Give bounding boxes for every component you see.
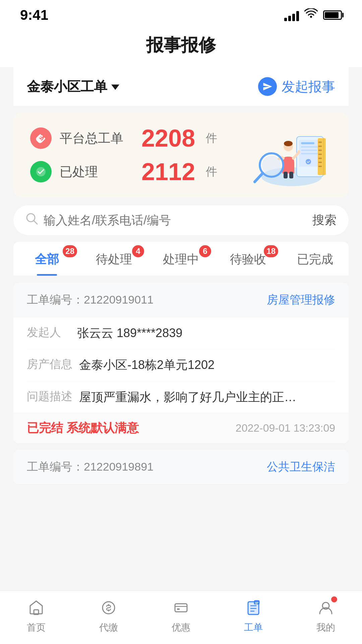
order-card-0[interactable]: 工单编号：21220919011房屋管理报修发起人张云云 189****2839…: [13, 283, 349, 443]
order-type-1: 公共卫生保洁: [267, 459, 335, 475]
status-time: 9:41: [20, 7, 48, 23]
order-status-0: 已完结 系统默认满意: [27, 420, 139, 436]
page-title: 报事报修: [0, 34, 362, 57]
total-value: 2208: [141, 126, 195, 150]
search-bar: 搜索: [13, 205, 349, 235]
order-field-label-0-0: 发起人: [27, 325, 70, 340]
nav-dot-mine: [331, 596, 337, 602]
svg-rect-14: [318, 158, 322, 159]
order-field-value-0-1: 金泰小区-18栋2单元1202: [79, 357, 335, 373]
order-field-row-0-2: 问题描述屋顶严重漏水，影响了好几户业主的正…: [27, 381, 335, 413]
order-field-value-0-0: 张云云 189****2839: [77, 325, 335, 341]
location-label: 金泰小区工单: [27, 77, 107, 96]
svg-point-22: [262, 156, 281, 174]
nav-item-payment[interactable]: 代缴: [72, 598, 145, 634]
processed-label: 已处理: [60, 163, 133, 180]
svg-line-26: [34, 221, 37, 224]
svg-rect-10: [318, 142, 322, 143]
nav-label-home: 首页: [27, 621, 46, 634]
dropdown-arrow-icon: [111, 85, 119, 90]
order-header-1: 工单编号：21220919891公共卫生保洁: [13, 450, 349, 484]
svg-rect-8: [301, 153, 318, 154]
tab-badge-处理中: 6: [199, 245, 211, 257]
payment-icon: [99, 598, 119, 618]
top-bar: 金泰小区工单 发起报事: [13, 67, 349, 106]
nav-label-payment: 代缴: [99, 621, 118, 634]
wifi-icon: [304, 8, 318, 22]
nav-item-home[interactable]: 首页: [0, 598, 72, 634]
total-label: 平台总工单: [60, 130, 133, 147]
tab-全部[interactable]: 全部28: [13, 242, 80, 276]
svg-rect-6: [301, 146, 319, 148]
svg-rect-20: [289, 172, 293, 178]
svg-rect-5: [301, 142, 314, 144]
search-button[interactable]: 搜索: [312, 212, 337, 228]
search-icon: [25, 212, 38, 228]
order-header-0: 工单编号：21220919011房屋管理报修: [13, 283, 349, 317]
nav-label-discount: 优惠: [172, 621, 190, 634]
stats-illustration: [245, 118, 339, 192]
nav-item-workorder[interactable]: 工单: [217, 598, 290, 634]
processed-stat-icon: [30, 161, 52, 182]
order-field-value-0-2: 屋顶严重漏水，影响了好几户业主的正…: [79, 389, 335, 406]
create-report-button[interactable]: 发起报事: [258, 77, 335, 96]
tab-badge-待处理: 4: [132, 245, 144, 257]
order-field-label-0-1: 房产信息: [27, 357, 72, 372]
workorder-icon: [243, 598, 263, 618]
nav-label-workorder: 工单: [244, 621, 263, 634]
nav-item-mine[interactable]: 我的: [290, 598, 362, 634]
svg-rect-9: [318, 138, 326, 175]
order-footer-0: 已完结 系统默认满意2022-09-01 13:23:09: [13, 413, 349, 443]
order-card-1[interactable]: 工单编号：21220919891公共卫生保洁: [13, 450, 349, 484]
svg-rect-29: [175, 604, 187, 612]
location-dropdown[interactable]: 金泰小区工单: [27, 77, 119, 96]
svg-rect-31: [177, 608, 180, 610]
processed-unit: 件: [206, 164, 217, 179]
svg-rect-16: [318, 166, 322, 167]
tab-待处理[interactable]: 待处理4: [80, 242, 147, 276]
tabs-bar: 全部28待处理4处理中6待验收18已完成: [13, 242, 349, 276]
total-unit: 件: [206, 130, 217, 146]
svg-rect-7: [301, 150, 317, 151]
orders-list: 工单编号：21220919011房屋管理报修发起人张云云 189****2839…: [13, 283, 349, 484]
tab-已完成[interactable]: 已完成: [282, 242, 349, 276]
svg-point-18: [284, 141, 293, 146]
order-number-1: 工单编号：21220919891: [27, 459, 154, 475]
svg-rect-11: [318, 146, 322, 147]
search-input[interactable]: [44, 213, 307, 227]
tab-处理中[interactable]: 处理中6: [147, 242, 215, 276]
svg-point-24: [306, 159, 311, 164]
battery-icon: [323, 10, 342, 20]
main-content: 金泰小区工单 发起报事 平台总工单: [0, 67, 362, 558]
page-header: 报事报修: [0, 27, 362, 67]
order-field-row-0-0: 发起人张云云 189****2839: [27, 317, 335, 349]
tab-badge-待验收: 18: [264, 245, 278, 257]
send-icon: [258, 77, 277, 96]
bottom-nav: 首页代缴优惠工单我的: [0, 591, 362, 644]
svg-rect-19: [284, 172, 288, 178]
order-number-0: 工单编号：21220919011: [27, 292, 154, 308]
total-stat-icon: [30, 127, 52, 149]
order-field-label-0-2: 问题描述: [27, 389, 72, 404]
mine-icon: [316, 598, 336, 618]
nav-item-discount[interactable]: 优惠: [145, 598, 217, 634]
svg-rect-15: [318, 162, 322, 163]
signal-icon: [284, 9, 299, 21]
svg-rect-13: [318, 154, 322, 155]
nav-label-mine: 我的: [316, 621, 335, 634]
action-label: 发起报事: [282, 77, 335, 96]
status-icons: [284, 8, 342, 22]
home-icon: [26, 598, 46, 618]
tab-badge-全部: 28: [63, 245, 77, 257]
order-body-0: 发起人张云云 189****2839房产信息金泰小区-18栋2单元1202问题描…: [13, 317, 349, 413]
order-type-0: 房屋管理报修: [267, 292, 335, 308]
stats-card: 平台总工单 2208 件 已处理 2112 件: [13, 113, 349, 197]
order-time-0: 2022-09-01 13:23:09: [236, 422, 335, 434]
processed-value: 2112: [141, 160, 195, 184]
order-field-row-0-1: 房产信息金泰小区-18栋2单元1202: [27, 349, 335, 381]
status-bar: 9:41: [0, 0, 362, 27]
svg-rect-12: [318, 150, 322, 151]
tab-待验收[interactable]: 待验收18: [215, 242, 282, 276]
discount-icon: [171, 598, 191, 618]
